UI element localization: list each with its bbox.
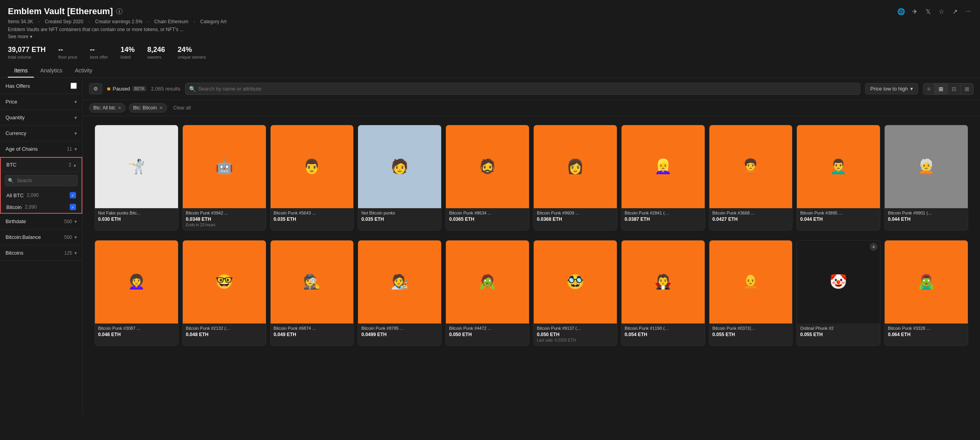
filter-bitcoins[interactable]: Bitcoins 125 ▾ <box>0 245 82 261</box>
nft-image-14: 🧟 <box>446 240 529 324</box>
nft-image-6: 👱‍♀️ <box>622 125 705 208</box>
tab-activity[interactable]: Activity <box>69 64 98 78</box>
nft-price-16: 0.054 ETH <box>625 332 702 337</box>
page-title: Emblem Vault [Ethereum] <box>8 6 113 17</box>
nft-name-13: Bitcoin Punk #8785 ... <box>361 326 438 331</box>
filter-price[interactable]: Price ▾ <box>0 94 82 110</box>
chevron-down-icon: ▾ <box>30 34 32 39</box>
filter-button[interactable]: ⚙ <box>89 83 102 94</box>
tab-items[interactable]: Items <box>8 64 34 78</box>
nft-name-6: Bitcoin Punk #2841 (… <box>625 211 702 215</box>
view-grid-lg-button[interactable]: ⊠ <box>961 83 973 94</box>
share-icon[interactable]: ↗ <box>951 7 959 15</box>
filter-bitcoin-balance[interactable]: Bitcoin:Balance 500 ▾ <box>0 229 82 245</box>
nft-card-16[interactable]: 🧛 Bitcoin Punk #1190 (… 0.054 ETH <box>621 240 705 346</box>
clear-all-button[interactable]: Clear all <box>170 104 194 112</box>
view-grid-md-button[interactable]: ⊟ <box>948 83 961 94</box>
nft-card-12[interactable]: 🕵️ Bitcoin Punk #6874 ... 0.049 ETH <box>270 240 354 346</box>
nft-name-10: Bitcoin Punk #3087 ... <box>98 326 175 331</box>
meta-items: Items 34.3K <box>8 19 33 24</box>
view-list-button[interactable]: ≡ <box>923 83 935 94</box>
nft-name-17: Bitcoin Punk #0372(… <box>713 326 789 331</box>
send-icon[interactable]: ✈ <box>911 7 919 15</box>
stat-unique-owners: 24% unique owners <box>178 46 206 59</box>
filter-age-of-chains[interactable]: Age of Chains 11 ▾ <box>0 141 82 157</box>
meta-created: Created Sep 2020 <box>45 19 83 24</box>
nft-card-5[interactable]: 👩 Bitcoin Punk #9609 ... 0.0368 ETH <box>533 125 617 231</box>
nft-card-3[interactable]: 🧑 Not Bitcoin punks 0.035 ETH <box>358 125 442 231</box>
globe-icon[interactable]: 🌐 <box>897 7 905 15</box>
nft-card-9[interactable]: 🧑‍🦳 Bitcoin Punk #9901 (… 0.044 ETH <box>884 125 968 231</box>
nft-image-11: 🤓 <box>183 240 266 324</box>
nft-card-7[interactable]: 🧑‍🦱 Bitcoin Punk #3668 ... 0.0427 ETH <box>709 125 793 231</box>
btc-bitcoin-label: Bitcoin <box>6 204 22 210</box>
filter-currency[interactable]: Currency ▾ <box>0 126 82 141</box>
price-label: Price <box>6 99 17 105</box>
nft-name-0: Not Fake punks Bitc... <box>98 211 175 215</box>
nft-card-11[interactable]: 🤓 Bitcoin Punk #2132 (… 0.048 ETH <box>182 240 266 346</box>
btc-option-all[interactable]: All BTC 2,090 ✓ <box>1 189 82 201</box>
see-more-button[interactable]: See more ▾ <box>8 34 972 39</box>
twitter-icon[interactable]: 𝕏 <box>924 7 932 15</box>
price-chevron-icon: ▾ <box>74 99 77 105</box>
tab-analytics[interactable]: Analytics <box>34 64 69 78</box>
nft-card-19[interactable]: 🧟‍♂️ Bitcoin Punk #3328 ... 0.064 ETH <box>884 240 968 346</box>
age-chevron-icon: ▾ <box>74 146 77 152</box>
btc-all-checkbox[interactable]: ✓ <box>70 192 76 198</box>
nft-price-5: 0.0368 ETH <box>537 216 614 222</box>
nft-card-8[interactable]: 👨‍🦱 Bitcoin Punk #3895 ... 0.044 ETH <box>796 125 880 231</box>
btc-search-wrap: 🔍 <box>1 172 82 189</box>
filter-tag-all-btc[interactable]: Btc: All btc ✕ <box>89 103 126 113</box>
nft-card-15[interactable]: 🥸 Bitcoin Punk #9137 (… 0.050 ETH Last s… <box>533 240 617 346</box>
sort-dropdown[interactable]: Price low to high ▾ <box>865 83 918 94</box>
tag-all-btc-remove[interactable]: ✕ <box>118 105 121 111</box>
nft-card-6[interactable]: 👱‍♀️ Bitcoin Punk #2841 (… 0.0387 ETH <box>621 125 705 231</box>
stat-listed: 14% listed <box>121 46 135 59</box>
search-icon: 🔍 <box>189 86 196 92</box>
more-icon[interactable]: ··· <box>964 7 972 15</box>
filter-has-offers[interactable]: Has Offers <box>0 78 82 94</box>
nft-card-4[interactable]: 🧔 Bitcoin Punk #8634 ... 0.0365 ETH <box>445 125 529 231</box>
tag-bitcoin-remove[interactable]: ✕ <box>159 105 163 111</box>
btc-header[interactable]: BTC 2 ▴ <box>1 158 82 172</box>
paused-badge: Paused BETA <box>107 86 146 92</box>
nft-card-1[interactable]: 🤖 Bitcoin Punk #3942 ... 0.0349 ETH Ends… <box>182 125 266 231</box>
nft-name-16: Bitcoin Punk #1190 (… <box>625 326 702 331</box>
filter-birthdate[interactable]: Birthdate 500 ▾ <box>0 214 82 229</box>
nft-image-8: 👨‍🦱 <box>797 125 880 208</box>
currency-label: Currency <box>6 130 26 136</box>
has-offers-checkbox[interactable] <box>71 83 77 89</box>
tag-all-btc-label: Btc: All btc <box>93 105 115 111</box>
nft-card-2[interactable]: 👨 Bitcoin Punk #5643 ... 0.035 ETH <box>270 125 354 231</box>
search-input[interactable] <box>185 83 861 95</box>
quantity-label: Quantity <box>6 115 24 120</box>
view-grid-sm-button[interactable]: ⊞ <box>935 83 948 94</box>
filter-tag-bitcoin[interactable]: Btc: Bitcoin ✕ <box>129 103 167 113</box>
nft-card-18[interactable]: + 🤡 Ordinal Phunk #2 0.055 ETH <box>796 240 880 346</box>
bitcoin-balance-label: Bitcoin:Balance <box>6 234 41 240</box>
btc-all-count: 2,090 <box>27 192 39 198</box>
filter-quantity[interactable]: Quantity ▾ <box>0 110 82 126</box>
info-icon[interactable]: ℹ <box>116 8 122 15</box>
nft-price-3: 0.035 ETH <box>361 216 438 222</box>
bitcoins-label: Bitcoins <box>6 250 24 256</box>
nft-grid-row2: 👩‍🦱 Bitcoin Punk #3087 ... 0.046 ETH 🤓 B… <box>88 235 974 351</box>
bitcoins-count: 125 <box>64 250 72 256</box>
nft-card-13[interactable]: 🧑‍🎨 Bitcoin Punk #8785 ... 0.0499 ETH <box>358 240 442 346</box>
nft-image-12: 🕵️ <box>271 240 354 324</box>
btc-option-bitcoin[interactable]: Bitcoin 2,090 ✓ <box>1 201 82 213</box>
meta-chain: Chain Ethereum <box>154 19 189 24</box>
nft-card-17[interactable]: 🧑‍🦲 Bitcoin Punk #0372(… 0.055 ETH <box>709 240 793 346</box>
nft-card-10[interactable]: 👩‍🦱 Bitcoin Punk #3087 ... 0.046 ETH <box>95 240 178 346</box>
star-icon[interactable]: ☆ <box>937 7 945 15</box>
btc-count: 2 <box>69 162 71 168</box>
nft-card-0[interactable]: 🤺 Not Fake punks Bitc... 0.030 ETH <box>95 125 178 231</box>
tag-bitcoin-label: Btc: Bitcoin <box>133 105 157 111</box>
btc-search-input[interactable] <box>5 175 78 186</box>
main-content: Has Offers Price ▾ Quantity ▾ Currency ▾… <box>0 78 980 416</box>
nft-card-14[interactable]: 🧟 Bitcoin Punk #4472 ... 0.050 ETH <box>445 240 529 346</box>
bitcoin-balance-count: 500 <box>64 235 72 240</box>
nft-sub-1: Ends in 23 hours <box>186 223 263 227</box>
btc-label: BTC <box>6 162 17 168</box>
btc-bitcoin-checkbox[interactable]: ✓ <box>70 204 76 210</box>
